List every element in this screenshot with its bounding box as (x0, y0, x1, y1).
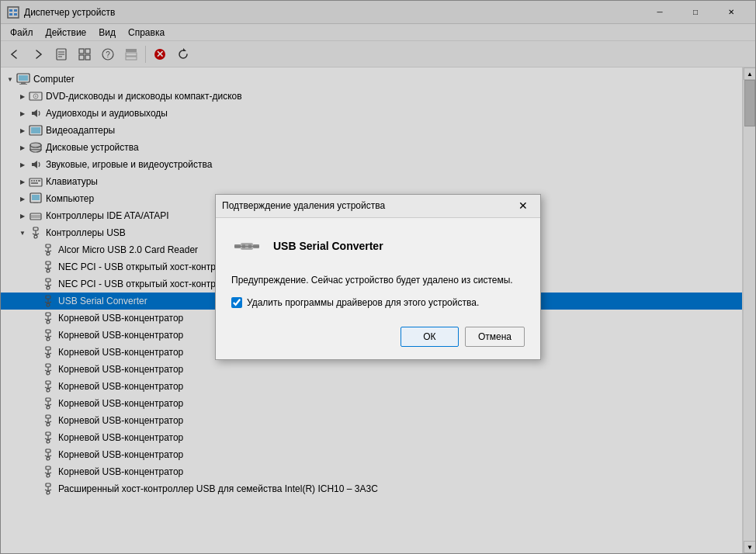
dialog-title: Подтверждение удаления устройства (222, 200, 512, 211)
ok-button[interactable]: ОК (401, 327, 459, 347)
dialog-device-name: USB Serial Converter (273, 240, 383, 252)
delete-driver-label[interactable]: Удалить программы драйверов для этого ус… (247, 297, 479, 308)
confirm-delete-dialog: Подтверждение удаления устройства ✕ (215, 194, 541, 361)
dialog-overlay: Подтверждение удаления устройства ✕ (0, 0, 756, 554)
dialog-header-row: USB Serial Converter (231, 230, 525, 261)
dialog-warning: Предупреждение. Сейчас устройство будет … (231, 274, 525, 287)
dialog-buttons: ОК Отмена (231, 324, 525, 347)
dialog-checkbox-row[interactable]: Удалить программы драйверов для этого ус… (231, 297, 525, 308)
dialog-titlebar: Подтверждение удаления устройства ✕ (216, 195, 540, 218)
cancel-button[interactable]: Отмена (465, 327, 525, 347)
delete-driver-checkbox[interactable] (231, 297, 242, 308)
dialog-content: USB Serial Converter Предупреждение. Сей… (216, 218, 540, 360)
dialog-close-button[interactable]: ✕ (512, 196, 534, 215)
device-icon (231, 230, 262, 261)
